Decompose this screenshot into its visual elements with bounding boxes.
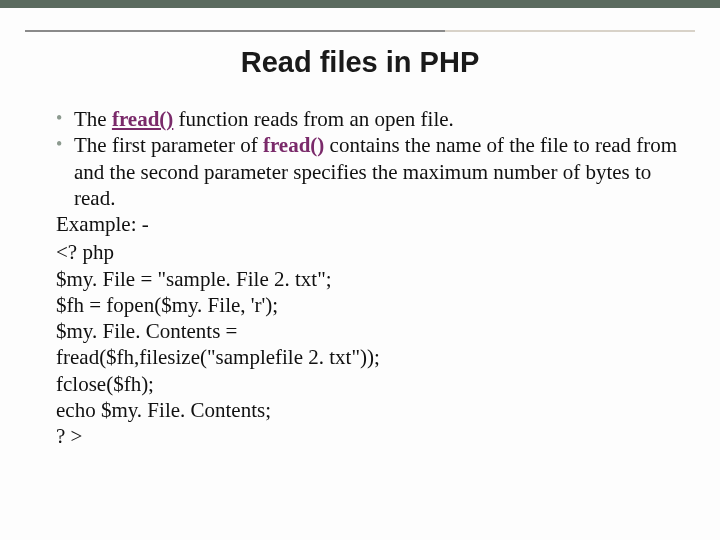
slide-body: • The fread() function reads from an ope… — [56, 106, 680, 449]
bullet-item: • The first parameter of fread() contain… — [56, 132, 680, 211]
slide-title: Read files in PHP — [0, 46, 720, 79]
text-fragment: The — [74, 107, 112, 131]
code-line: <? php — [56, 239, 680, 265]
code-line: echo $my. File. Contents; — [56, 397, 680, 423]
text-fragment: The first parameter of — [74, 133, 263, 157]
code-line: $fh = fopen($my. File, 'r'); — [56, 292, 680, 318]
example-label: Example: - — [56, 211, 680, 237]
slide-accent-bar — [0, 0, 720, 8]
title-underline-dark — [25, 30, 445, 32]
keyword-fread: fread() — [112, 107, 173, 131]
bullet-text: The first parameter of fread() contains … — [74, 132, 680, 211]
code-line: $my. File. Contents = — [56, 318, 680, 344]
code-line: $my. File = "sample. File 2. txt"; — [56, 266, 680, 292]
bullet-marker: • — [56, 132, 74, 156]
text-fragment: function reads from an open file. — [173, 107, 454, 131]
code-block: <? php $my. File = "sample. File 2. txt"… — [56, 239, 680, 449]
bullet-text: The fread() function reads from an open … — [74, 106, 680, 132]
code-line: ? > — [56, 423, 680, 449]
bullet-marker: • — [56, 106, 74, 130]
bullet-item: • The fread() function reads from an ope… — [56, 106, 680, 132]
keyword-fread: fread() — [263, 133, 324, 157]
code-line: fclose($fh); — [56, 371, 680, 397]
code-line: fread($fh,filesize("samplefile 2. txt"))… — [56, 344, 680, 370]
